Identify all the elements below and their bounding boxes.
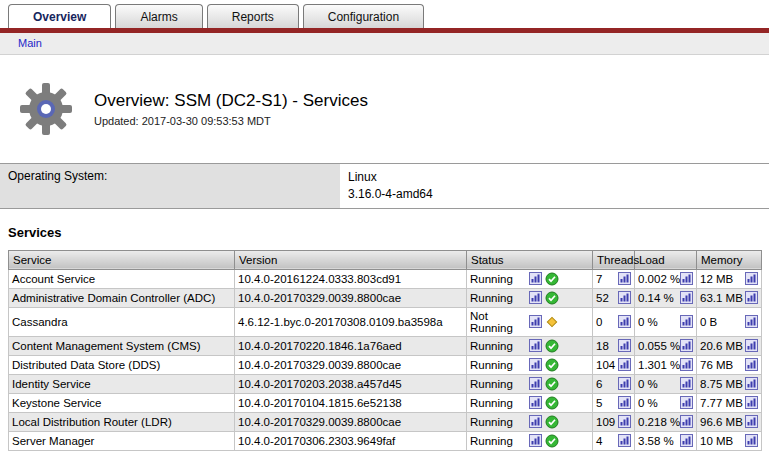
chart-icon[interactable] <box>529 434 542 447</box>
page-updated-timestamp: Updated: 2017-03-30 09:53:53 MDT <box>94 115 368 127</box>
chart-icon[interactable] <box>745 291 758 304</box>
chart-icon[interactable] <box>680 434 693 447</box>
os-value-line-1: Linux <box>348 169 761 186</box>
service-name: Content Management System (CMS) <box>9 336 235 355</box>
chart-icon[interactable] <box>680 315 693 328</box>
service-memory-cell: 10 MB <box>697 431 762 450</box>
service-version: 10.4.0-20170329.0039.8800cae <box>235 288 467 307</box>
service-name: Account Service <box>9 269 235 288</box>
memory-value: 12 MB <box>700 273 742 285</box>
chart-icon[interactable] <box>529 291 542 304</box>
service-memory-cell: 63.1 MB <box>697 288 762 307</box>
gear-icon <box>18 81 74 137</box>
operating-system-value: Linux 3.16.0-4-amd64 <box>340 164 769 208</box>
service-name: Local Distribution Router (LDR) <box>9 412 235 431</box>
chart-icon[interactable] <box>618 272 631 285</box>
tab-overview[interactable]: Overview <box>8 4 111 28</box>
status-ok-icon <box>545 358 559 372</box>
tab-bar: OverviewAlarmsReportsConfiguration <box>0 0 769 28</box>
load-value: 0.055 % <box>638 340 677 352</box>
chart-icon[interactable] <box>680 291 693 304</box>
page-header-text: Overview: SSM (DC2-S1) - Services Update… <box>94 91 368 127</box>
operating-system-label: Operating System: <box>0 164 340 208</box>
column-header-threads: Threads <box>593 250 635 269</box>
chart-icon[interactable] <box>745 377 758 390</box>
chart-icon[interactable] <box>680 272 693 285</box>
column-header-load: Load <box>635 250 697 269</box>
chart-icon[interactable] <box>745 396 758 409</box>
memory-value: 10 MB <box>700 435 742 447</box>
status-ok-icon <box>545 415 559 429</box>
chart-icon[interactable] <box>618 415 631 428</box>
breadcrumb: Main <box>0 33 769 55</box>
os-value-line-2: 3.16.0-4-amd64 <box>348 186 761 203</box>
chart-icon[interactable] <box>529 358 542 371</box>
threads-value: 4 <box>596 435 615 447</box>
service-threads-cell: 104 <box>593 355 635 374</box>
chart-icon[interactable] <box>680 396 693 409</box>
service-memory-cell: 20.6 MB <box>697 336 762 355</box>
chart-icon[interactable] <box>618 315 631 328</box>
breadcrumb-main-link[interactable]: Main <box>18 37 42 49</box>
table-row: Local Distribution Router (LDR)10.4.0-20… <box>9 412 762 431</box>
chart-icon[interactable] <box>618 396 631 409</box>
chart-icon[interactable] <box>618 358 631 371</box>
chart-icon[interactable] <box>745 339 758 352</box>
service-status-cell: Running <box>467 336 593 355</box>
chart-icon[interactable] <box>529 339 542 352</box>
services-heading: Services <box>8 225 769 240</box>
service-status-cell: Running <box>467 269 593 288</box>
service-version: 10.4.0-20170220.1846.1a76aed <box>235 336 467 355</box>
service-load-cell: 0 % <box>635 374 697 393</box>
service-load-cell: 0 % <box>635 393 697 412</box>
chart-icon[interactable] <box>745 415 758 428</box>
service-status-cell: Running <box>467 431 593 450</box>
chart-icon[interactable] <box>745 434 758 447</box>
chart-icon[interactable] <box>618 377 631 390</box>
service-memory-cell: 96.6 MB <box>697 412 762 431</box>
tab-alarms[interactable]: Alarms <box>115 4 202 28</box>
service-threads-cell: 0 <box>593 307 635 336</box>
chart-icon[interactable] <box>745 272 758 285</box>
chart-icon[interactable] <box>680 415 693 428</box>
memory-value: 63.1 MB <box>700 292 742 304</box>
page-title: Overview: SSM (DC2-S1) - Services <box>94 91 368 111</box>
chart-icon[interactable] <box>529 315 542 328</box>
chart-icon[interactable] <box>618 339 631 352</box>
service-version: 10.4.0-20170203.2038.a457d45 <box>235 374 467 393</box>
chart-icon[interactable] <box>529 396 542 409</box>
tab-reports[interactable]: Reports <box>207 4 299 28</box>
table-row: Content Management System (CMS)10.4.0-20… <box>9 336 762 355</box>
chart-icon[interactable] <box>529 377 542 390</box>
table-row: Identity Service10.4.0-20170203.2038.a45… <box>9 374 762 393</box>
service-memory-cell: 0 B <box>697 307 762 336</box>
memory-value: 20.6 MB <box>700 340 742 352</box>
chart-icon[interactable] <box>680 339 693 352</box>
status-ok-icon <box>545 272 559 286</box>
service-threads-cell: 5 <box>593 393 635 412</box>
service-memory-cell: 76 MB <box>697 355 762 374</box>
tab-configuration[interactable]: Configuration <box>303 4 424 28</box>
service-load-cell: 3.58 % <box>635 431 697 450</box>
chart-icon[interactable] <box>680 358 693 371</box>
chart-icon[interactable] <box>745 315 758 328</box>
threads-value: 0 <box>596 316 615 328</box>
chart-icon[interactable] <box>529 415 542 428</box>
service-load-cell: 0.14 % <box>635 288 697 307</box>
chart-icon[interactable] <box>745 358 758 371</box>
chart-icon[interactable] <box>618 291 631 304</box>
chart-icon[interactable] <box>680 377 693 390</box>
status-text: Running <box>470 397 526 409</box>
load-value: 3.58 % <box>638 435 677 447</box>
service-name: Distributed Data Store (DDS) <box>9 355 235 374</box>
status-ok-icon <box>545 434 559 448</box>
chart-icon[interactable] <box>529 272 542 285</box>
service-load-cell: 0.055 % <box>635 336 697 355</box>
threads-value: 6 <box>596 378 615 390</box>
service-status-cell: Running <box>467 374 593 393</box>
service-status-cell: Running <box>467 288 593 307</box>
chart-icon[interactable] <box>618 434 631 447</box>
status-ok-icon <box>545 291 559 305</box>
page: OverviewAlarmsReportsConfiguration Main … <box>0 0 769 451</box>
table-row: Cassandra4.6.12-1.byc.0-20170308.0109.ba… <box>9 307 762 336</box>
